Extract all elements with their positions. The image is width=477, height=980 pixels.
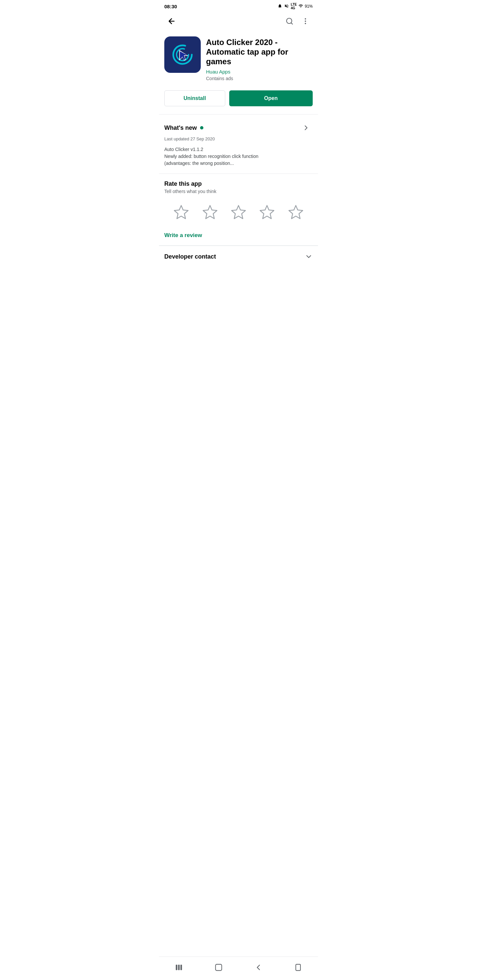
star-5-button[interactable] [284,200,307,224]
app-header: Auto Clicker 2020 - Automatic tap app fo… [159,32,318,88]
whats-new-arrow-button[interactable] [300,121,313,134]
stars-row [164,200,313,224]
whats-new-body: Auto Clicker v1.1.2 Newly added: button … [164,146,313,167]
status-time: 08:30 [164,4,177,9]
open-button[interactable]: Open [229,91,313,106]
more-options-button[interactable] [298,14,313,29]
chevron-down-icon [305,253,313,261]
whats-new-section: What's new Last updated 27 Sep 2020 Auto… [159,115,318,173]
uninstall-button[interactable]: Uninstall [164,91,225,106]
developer-contact-header[interactable]: Developer contact [164,253,313,261]
rate-title: Rate this app [164,180,313,188]
svg-point-1 [305,18,306,19]
whats-new-title: What's new [164,124,197,131]
alarm-icon [278,4,282,9]
app-title: Auto Clicker 2020 - Automatic tap app fo… [206,38,313,66]
app-info: Auto Clicker 2020 - Automatic tap app fo… [206,37,313,81]
svg-point-3 [305,23,306,24]
developer-contact-section: Developer contact [159,246,318,267]
network-label: LTE 4G [291,3,297,10]
svg-point-2 [305,21,306,22]
signal-icon [298,4,303,9]
app-icon [164,37,201,73]
battery-icon: 91% [305,4,313,9]
update-dot [200,126,203,129]
search-button[interactable] [282,14,297,29]
section-title-row: What's new [164,124,203,131]
whats-new-date: Last updated 27 Sep 2020 [164,137,313,142]
top-nav [159,11,318,32]
rate-subtitle: Tell others what you think [164,189,313,194]
app-ads-label: Contains ads [206,76,313,81]
app-developer[interactable]: Huau Apps [206,69,313,75]
mute-icon [284,4,289,9]
star-3-button[interactable] [227,200,250,224]
status-icons: LTE 4G 91% [278,3,313,10]
rate-section: Rate this app Tell others what you think [159,174,318,245]
status-bar: 08:30 LTE 4G 91% [159,0,318,11]
developer-contact-title: Developer contact [164,253,216,260]
nav-actions [282,14,313,29]
write-review-button[interactable]: Write a review [164,232,202,239]
star-4-button[interactable] [256,200,278,224]
back-button[interactable] [164,14,179,29]
star-1-button[interactable] [170,200,193,224]
action-buttons: Uninstall Open [159,88,318,114]
whats-new-header: What's new [164,121,313,134]
star-2-button[interactable] [199,200,221,224]
